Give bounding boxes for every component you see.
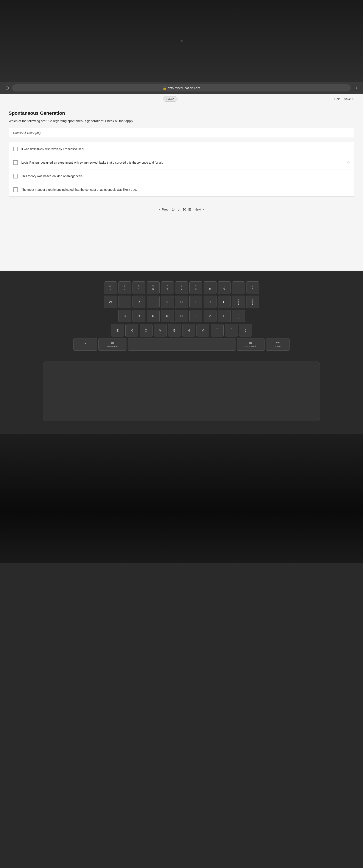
prev-button[interactable]: < Prev <box>159 208 169 211</box>
key-period[interactable]: > . <box>225 324 238 337</box>
key-s[interactable]: S <box>118 310 131 322</box>
key-k[interactable]: K <box>204 310 216 322</box>
info-icon: ⓘ <box>4 86 9 91</box>
key-9[interactable]: ( 9 <box>204 281 216 294</box>
key-h[interactable]: H <box>175 310 188 322</box>
option-text-4: The meat maggot experiment indicated tha… <box>21 187 137 192</box>
key-d[interactable]: D <box>132 310 145 322</box>
key-row-qwerty: W E R T Y U I O P { [ } ] <box>9 296 354 308</box>
key-c[interactable]: C <box>140 324 153 337</box>
key-v[interactable]: V <box>154 324 167 337</box>
option-text-1: It was definitively disproven by Frances… <box>21 147 85 151</box>
key-o[interactable]: O <box>204 296 216 308</box>
key-y[interactable]: Y <box>161 296 174 308</box>
key-row-asdf: S D F G H J K L : ; <box>9 310 354 322</box>
question-text: Which of the following are true regardin… <box>9 119 354 123</box>
key-equals[interactable]: + = <box>246 281 259 294</box>
camera-dot <box>181 40 183 42</box>
key-4[interactable]: $ 4 <box>132 281 145 294</box>
key-u[interactable]: U <box>175 296 188 308</box>
of-label: of <box>178 208 181 211</box>
browser-chrome: ⓘ 🔒 ezto.mheducation.com ↻ <box>0 82 363 94</box>
checkbox-3[interactable] <box>13 174 18 179</box>
key-n[interactable]: N <box>182 324 195 337</box>
keyboard: @ 2 # 3 $ 4 % 5 ^ 6 <box>9 281 354 351</box>
key-comma[interactable]: < , <box>211 324 223 337</box>
key-z[interactable]: Z <box>111 324 124 337</box>
website-topbar: Saved Help Save & E <box>0 94 363 104</box>
page-info: 14 of 20 ⊞ <box>172 207 191 211</box>
address-bar[interactable]: 🔒 ezto.mheducation.com <box>12 84 351 92</box>
pagination: < Prev 14 of 20 ⊞ Next > <box>0 201 363 218</box>
key-2[interactable]: @ 2 <box>104 281 117 294</box>
key-row-modifiers: ⌃ ⌘ command ⌘ command ⌥ option <box>9 338 354 351</box>
key-m[interactable]: M <box>196 324 209 337</box>
key-slash[interactable]: ? / <box>239 324 252 337</box>
option-row-3: This theory was based on idea of abiogen… <box>9 169 354 183</box>
current-page: 14 <box>172 208 176 211</box>
key-6[interactable]: ^ 6 <box>161 281 174 294</box>
check-all-label: Check All That Apply <box>9 128 354 138</box>
key-t[interactable]: T <box>147 296 160 308</box>
key-g[interactable]: G <box>161 310 174 322</box>
key-p[interactable]: P <box>218 296 231 308</box>
checkbox-4[interactable] <box>13 187 18 192</box>
save-exit-button[interactable]: Save & E <box>344 97 357 101</box>
key-option-right[interactable]: ⌥ option <box>266 338 290 351</box>
key-row-numbers: @ 2 # 3 $ 4 % 5 ^ 6 <box>9 281 354 294</box>
option-text-3: This theory was based on idea of abiogen… <box>21 174 83 179</box>
key-b[interactable]: B <box>168 324 181 337</box>
key-w[interactable]: W <box>104 296 117 308</box>
key-ctrl-left[interactable]: ⌃ <box>73 338 97 351</box>
key-i[interactable]: I <box>189 296 202 308</box>
key-command-right[interactable]: ⌘ command <box>237 338 265 351</box>
question-area: Spontaneous Generation Which of the foll… <box>0 104 363 201</box>
options-container: It was definitively disproven by Frances… <box>9 142 354 196</box>
option-text-2: Louis Pasteur designed an experiment wit… <box>21 160 163 165</box>
url-text: ezto.mheducation.com <box>168 86 200 90</box>
key-5[interactable]: % 5 <box>147 281 160 294</box>
key-3[interactable]: # 3 <box>118 281 131 294</box>
key-l[interactable]: L <box>218 310 231 322</box>
key-8[interactable]: * 8 <box>189 281 202 294</box>
key-bracket-open[interactable]: { [ <box>232 296 245 308</box>
key-r[interactable]: R <box>132 296 145 308</box>
key-f[interactable]: F <box>147 310 160 322</box>
checkbox-2[interactable] <box>13 160 18 165</box>
help-button[interactable]: Help <box>334 97 341 101</box>
bookmark-icon: ☆ <box>347 161 350 165</box>
lock-icon: 🔒 <box>163 86 166 90</box>
option-row-4: The meat maggot experiment indicated tha… <box>9 183 354 196</box>
key-command-left[interactable]: ⌘ command <box>98 338 126 351</box>
key-row-zxcv: Z X C V B N M < , > . ? / <box>9 324 354 337</box>
checkbox-1[interactable] <box>13 147 18 151</box>
key-e[interactable]: E <box>118 296 131 308</box>
key-j[interactable]: J <box>189 310 202 322</box>
laptop-top <box>0 0 363 82</box>
refresh-icon[interactable]: ↻ <box>356 86 359 90</box>
option-row-1: It was definitively disproven by Frances… <box>9 142 354 156</box>
key-minus[interactable]: _ - <box>232 281 245 294</box>
key-bracket-close[interactable]: } ] <box>246 296 259 308</box>
grid-icon[interactable]: ⊞ <box>188 207 191 211</box>
key-space[interactable] <box>128 338 236 351</box>
website-container: Saved Help Save & E Spontaneous Generati… <box>0 94 363 271</box>
key-semicolon[interactable]: : ; <box>232 310 245 322</box>
laptop-base-bottom <box>0 434 363 563</box>
key-x[interactable]: X <box>125 324 138 337</box>
next-button[interactable]: Next > <box>194 208 204 211</box>
key-0[interactable]: ) 0 <box>218 281 231 294</box>
page-title: Spontaneous Generation <box>9 111 354 116</box>
total-pages: 20 <box>182 208 186 211</box>
trackpad[interactable] <box>43 361 320 421</box>
keyboard-container: @ 2 # 3 $ 4 % 5 ^ 6 <box>0 275 363 357</box>
trackpad-area <box>0 357 363 434</box>
option-row-2: Louis Pasteur designed an experiment wit… <box>9 156 354 169</box>
key-7[interactable]: & 7 <box>175 281 188 294</box>
laptop-bottom: @ 2 # 3 $ 4 % 5 ^ 6 <box>0 271 363 563</box>
saved-badge: Saved <box>163 96 178 102</box>
